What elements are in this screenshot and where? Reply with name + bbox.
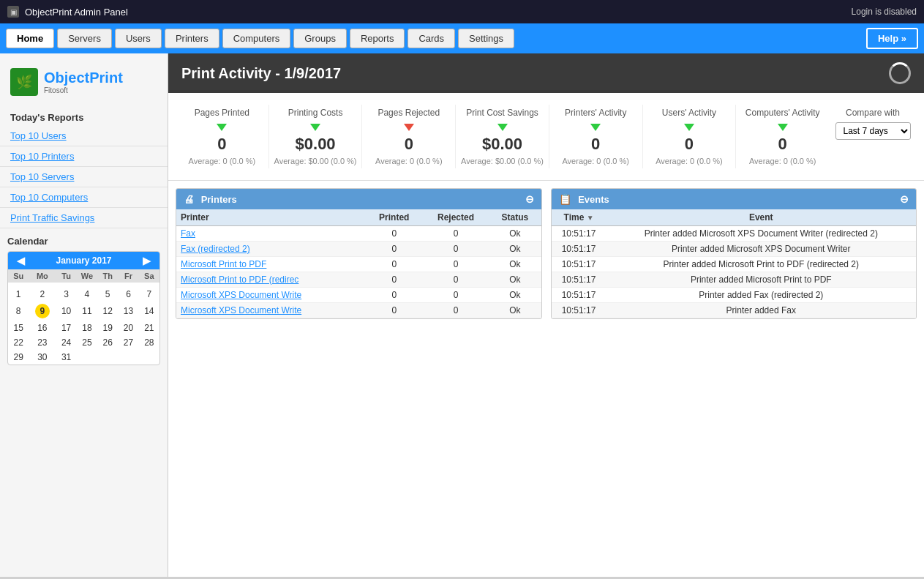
printers-cell-printer[interactable]: Microsoft Print to PDF	[176, 256, 366, 272]
nav-btn-home[interactable]: Home	[6, 29, 54, 48]
content-area: Print Activity - 1/9/2017 Pages Printed0…	[168, 53, 924, 577]
calendar-day[interactable]: 9	[29, 302, 56, 321]
printers-cell-printer[interactable]: Microsoft XPS Document Write	[176, 287, 366, 302]
printers-cell-printer[interactable]: Fax (redirected 2)	[176, 241, 366, 256]
calendar-day[interactable]: 16	[29, 321, 56, 335]
calendar-day[interactable]: 4	[77, 287, 97, 302]
logo-subtext: Fitosoft	[44, 86, 123, 94]
help-button[interactable]: Help »	[866, 28, 918, 49]
stat-item: Pages Printed0Average: 0 (0.0 %)	[176, 105, 269, 168]
printers-cell-printer[interactable]: Microsoft Print to PDF (redirec	[176, 272, 366, 287]
calendar-day[interactable]: 19	[97, 321, 118, 335]
nav-btn-users[interactable]: Users	[115, 29, 162, 48]
nav-btn-computers[interactable]: Computers	[222, 29, 291, 48]
nav-btn-settings[interactable]: Settings	[458, 29, 514, 48]
calendar-day[interactable]: 28	[139, 335, 159, 350]
printers-cell-status: Ok	[489, 287, 541, 302]
calendar-day[interactable]: 11	[77, 302, 97, 321]
title-bar-left: ▣ ObjectPrint Admin Panel	[7, 6, 128, 18]
printers-panel-icon: 🖨	[184, 193, 194, 205]
events-cell-event: Printer added Microsoft Print to PDF (re…	[606, 256, 916, 272]
stat-avg: Average: 0 (0.0 %)	[180, 157, 264, 165]
calendar-day[interactable]: 5	[97, 287, 118, 302]
calendar-day	[118, 350, 138, 365]
nav-btn-groups[interactable]: Groups	[293, 29, 347, 48]
calendar-day[interactable]: 18	[77, 321, 97, 335]
printers-col-status: Status	[489, 209, 541, 226]
events-col-event: Event	[606, 209, 916, 226]
calendar-day[interactable]: 23	[29, 335, 56, 350]
calendar-day	[77, 350, 97, 365]
calendar-day[interactable]: 31	[56, 350, 76, 365]
printers-cell-rejected: 0	[423, 272, 489, 287]
sidebar-links: Top 10 UsersTop 10 PrintersTop 10 Server…	[0, 126, 168, 228]
main-layout: 🌿 ObjectPrint Fitosoft Today's Reports T…	[0, 53, 924, 577]
calendar-day[interactable]: 20	[118, 321, 138, 335]
stat-label: Printing Costs	[274, 108, 358, 119]
calendar-day[interactable]: 7	[139, 287, 159, 302]
printers-cell-status: Ok	[489, 241, 541, 256]
compare-select[interactable]: Last 7 daysLast 30 daysLast 90 days	[835, 122, 911, 140]
calendar-day[interactable]: 14	[139, 302, 159, 321]
calendar-prev[interactable]: ◀	[14, 255, 28, 266]
sidebar-link-top-10-users[interactable]: Top 10 Users	[0, 126, 168, 146]
printers-cell-printer[interactable]: Fax	[176, 225, 366, 241]
calendar-next[interactable]: ▶	[140, 255, 154, 266]
sidebar-link-print-traffic-savings[interactable]: Print Traffic Savings	[0, 208, 168, 228]
table-row: 10:51:17Printer added Microsoft XPS Docu…	[552, 241, 917, 256]
stat-label: Printers' Activity	[554, 108, 638, 119]
calendar-day	[139, 350, 159, 365]
nav-btn-servers[interactable]: Servers	[57, 29, 112, 48]
calendar-day[interactable]: 22	[8, 335, 29, 350]
printers-cell-printer[interactable]: Microsoft XPS Document Write	[176, 302, 366, 318]
printers-panel-collapse[interactable]: ⊖	[525, 193, 534, 205]
calendar-section: Calendar ◀ January 2017 ▶ SuMoTuWeThFrSa…	[0, 228, 168, 365]
calendar-day[interactable]: 27	[118, 335, 138, 350]
nav-buttons: HomeServersUsersPrintersComputersGroupsR…	[6, 29, 514, 48]
calendar-day[interactable]: 17	[56, 321, 76, 335]
stat-value: 0	[647, 135, 732, 154]
title-bar: ▣ ObjectPrint Admin Panel Login is disab…	[0, 0, 924, 23]
stat-item: Printing Costs$0.00Average: $0.00 (0.0 %…	[269, 105, 363, 168]
calendar-day[interactable]: 12	[97, 302, 118, 321]
printers-cell-rejected: 0	[423, 302, 489, 318]
calendar-day[interactable]: 2	[29, 287, 56, 302]
stat-item: Print Cost Savings$0.00Average: $0.00 (0…	[456, 105, 549, 168]
calendar-day[interactable]: 26	[97, 335, 118, 350]
events-cell-event: Printer added Microsoft XPS Document Wri…	[606, 225, 916, 241]
refresh-icon[interactable]	[889, 62, 911, 84]
events-panel-title: Events	[578, 194, 609, 205]
calendar-day[interactable]: 21	[139, 321, 159, 335]
events-cell-time: 10:51:17	[552, 287, 606, 302]
sidebar-link-top-10-printers[interactable]: Top 10 Printers	[0, 146, 168, 167]
calendar-day[interactable]: 29	[8, 350, 29, 365]
stat-label: Users' Activity	[647, 108, 732, 119]
calendar-day[interactable]: 3	[56, 287, 76, 302]
events-panel-collapse[interactable]: ⊖	[900, 193, 909, 205]
stat-avg: Average: $0.00 (0.0 %)	[274, 157, 358, 165]
nav-btn-printers[interactable]: Printers	[165, 29, 219, 48]
table-row: Microsoft XPS Document Write00Ok	[176, 302, 541, 318]
nav-btn-cards[interactable]: Cards	[407, 29, 455, 48]
events-cell-time: 10:51:17	[552, 225, 606, 241]
calendar-day[interactable]: 6	[118, 287, 138, 302]
stat-avg: Average: 0 (0.0 %)	[740, 157, 825, 165]
table-row: Microsoft Print to PDF (redirec00Ok	[176, 272, 541, 287]
table-row: 10:51:17Printer added Fax	[552, 302, 917, 318]
calendar-day[interactable]: 15	[8, 321, 29, 335]
calendar-day[interactable]: 1	[8, 287, 29, 302]
calendar-day[interactable]: 24	[56, 335, 76, 350]
table-row: 10:51:17Printer added Microsoft Print to…	[552, 272, 917, 287]
sidebar-link-top-10-computers[interactable]: Top 10 Computers	[0, 187, 168, 208]
events-table: Time ▼ Event 10:51:17Printer added Micro…	[552, 209, 917, 318]
calendar-day[interactable]: 13	[118, 302, 138, 321]
nav-btn-reports[interactable]: Reports	[350, 29, 405, 48]
printers-cell-status: Ok	[489, 302, 541, 318]
calendar-day[interactable]: 8	[8, 302, 29, 321]
table-row: 10:51:17Printer added Microsoft XPS Docu…	[552, 225, 917, 241]
printers-col-printer: Printer	[176, 209, 366, 226]
calendar-day[interactable]: 10	[56, 302, 76, 321]
calendar-day[interactable]: 30	[29, 350, 56, 365]
calendar-day[interactable]: 25	[77, 335, 97, 350]
sidebar-link-top-10-servers[interactable]: Top 10 Servers	[0, 167, 168, 187]
